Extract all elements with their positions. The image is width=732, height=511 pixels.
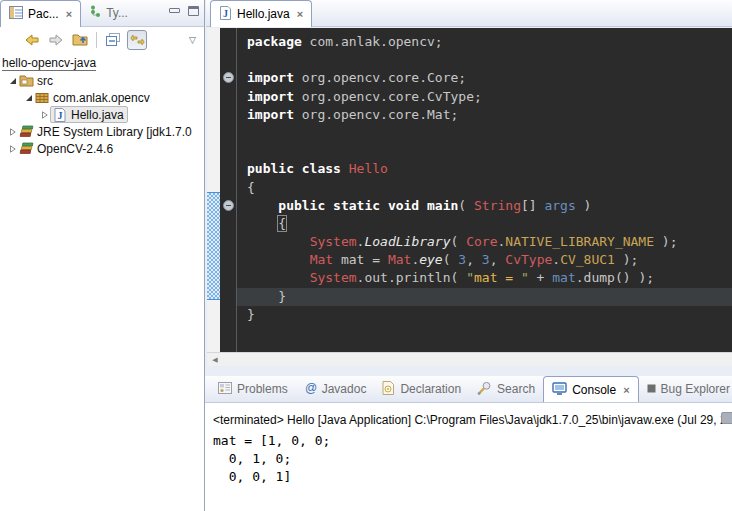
code-line[interactable]: { bbox=[247, 215, 732, 233]
tree-item-com-anlak-opencv[interactable]: com.anlak.opencv bbox=[0, 89, 204, 106]
bottom-tabbar: Problems@JavadocDeclarationSearchConsole… bbox=[205, 376, 732, 403]
code-line[interactable]: System.out.println( "mat = " + mat.dump(… bbox=[247, 269, 732, 287]
tab-label: Declaration bbox=[400, 382, 461, 396]
back-arrow-icon bbox=[24, 32, 40, 48]
tree-item-jre-system-library-jdk1-7-0[interactable]: JRE System Library [jdk1.7.0 bbox=[0, 123, 204, 140]
selected-tree-item: JHello.java bbox=[50, 106, 128, 123]
code-line-current[interactable]: } bbox=[237, 288, 732, 306]
minimize-icon[interactable] bbox=[169, 8, 180, 13]
console-caption: <terminated> Hello [Java Application] C:… bbox=[213, 413, 732, 427]
folding-ruler bbox=[220, 28, 237, 352]
code-line[interactable]: System.LoadLibrary( Core.NATIVE_LIBRARY_… bbox=[247, 233, 732, 251]
java-file-icon: J bbox=[219, 6, 232, 23]
left-panel-tab-ty[interactable]: Ty... bbox=[81, 0, 136, 26]
code-line[interactable] bbox=[247, 51, 732, 69]
bottom-tab-javadoc[interactable]: @Javadoc bbox=[296, 376, 375, 402]
collapse-all-icon bbox=[105, 32, 121, 48]
type-hierarchy-icon bbox=[89, 5, 101, 21]
expanded-arrow-icon[interactable] bbox=[8, 77, 18, 85]
tree-item-hello-opencv-java[interactable]: hello-opencv-java bbox=[0, 55, 204, 72]
fold-collapse-icon[interactable] bbox=[223, 72, 234, 83]
collapsed-arrow-icon[interactable] bbox=[8, 145, 18, 153]
editor-horizontal-scrollbar[interactable]: ◀ bbox=[207, 352, 732, 366]
tab-label: Ty... bbox=[106, 6, 128, 20]
code-line[interactable] bbox=[247, 142, 732, 160]
code-editor[interactable]: package com.anlak.opencv;import org.open… bbox=[207, 28, 732, 352]
library-icon bbox=[18, 125, 34, 138]
link-with-editor-button[interactable] bbox=[127, 30, 147, 50]
forward-arrow-icon bbox=[48, 32, 64, 48]
code-lines[interactable]: package com.anlak.opencv;import org.open… bbox=[237, 28, 732, 352]
tree-item-src[interactable]: src bbox=[0, 72, 204, 89]
editor-tabbar: J Hello.java × bbox=[206, 0, 732, 27]
code-line[interactable]: Mat mat = Mat.eye( 3, 3, CvType.CV_8UC1 … bbox=[247, 251, 732, 269]
eclipse-window: Pac...×Ty... ▽ hello-opencv-javasr bbox=[0, 0, 732, 511]
search-icon bbox=[477, 381, 492, 398]
close-icon[interactable]: × bbox=[623, 384, 629, 396]
library-icon bbox=[18, 142, 34, 155]
tree-item-label: JRE System Library [jdk1.7.0 bbox=[37, 125, 192, 139]
code-line[interactable]: import org.opencv.core.Core; bbox=[247, 69, 732, 87]
bottom-tab-search[interactable]: Search bbox=[469, 376, 543, 402]
up-button[interactable] bbox=[70, 30, 90, 50]
maximize-icon[interactable] bbox=[188, 6, 199, 16]
declaration-icon bbox=[382, 381, 395, 398]
java-file-icon: J bbox=[52, 108, 68, 122]
code-line[interactable]: { bbox=[247, 179, 732, 197]
fold-collapse-icon[interactable] bbox=[223, 200, 234, 211]
close-icon[interactable]: × bbox=[66, 8, 72, 20]
tab-label: Pac... bbox=[28, 7, 59, 21]
bug-icon bbox=[647, 382, 656, 396]
toolbar-separator bbox=[96, 32, 97, 48]
tab-label: Console bbox=[572, 383, 616, 397]
editor-tab-hello-java[interactable]: J Hello.java × bbox=[210, 0, 312, 27]
tab-label: Bug Explorer bbox=[661, 382, 730, 396]
tree-item-label: OpenCV-2.4.6 bbox=[37, 142, 113, 156]
svg-text:@: @ bbox=[305, 381, 317, 394]
view-menu-icon[interactable]: ▽ bbox=[189, 35, 196, 45]
tree-item-label: Hello.java bbox=[71, 108, 124, 122]
svg-text:J: J bbox=[223, 8, 228, 19]
console-output: mat = [1, 0, 0; 0, 1, 0; 0, 0, 1] bbox=[213, 432, 732, 486]
tree-item-label: com.anlak.opencv bbox=[53, 91, 150, 105]
console-toolbar-icon[interactable] bbox=[721, 412, 732, 424]
code-line[interactable]: public class Hello bbox=[247, 160, 732, 178]
src-folder-icon bbox=[18, 74, 34, 87]
code-line[interactable]: public static void main( String[] args ) bbox=[247, 197, 732, 215]
collapsed-arrow-icon[interactable] bbox=[40, 111, 50, 119]
tab-label: Search bbox=[497, 382, 535, 396]
bottom-tab-problems[interactable]: Problems bbox=[210, 376, 296, 402]
annotation-ruler bbox=[207, 28, 220, 352]
javadoc-icon: @ bbox=[304, 381, 317, 397]
tree-item-label: src bbox=[37, 74, 53, 88]
project-tree: hello-opencv-javasrccom.anlak.opencvJHel… bbox=[0, 52, 204, 157]
editor-tab-label: Hello.java bbox=[237, 7, 290, 21]
forward-button[interactable] bbox=[46, 30, 66, 50]
tab-label: Javadoc bbox=[322, 382, 367, 396]
tree-item-opencv-2-4-6[interactable]: OpenCV-2.4.6 bbox=[0, 140, 204, 157]
left-panel-tab-pac[interactable]: Pac...× bbox=[0, 0, 81, 27]
code-line[interactable]: package com.anlak.opencv; bbox=[247, 33, 732, 51]
bottom-tab-console[interactable]: Console× bbox=[543, 376, 638, 403]
code-line[interactable]: import org.opencv.core.CvType; bbox=[247, 88, 732, 106]
tree-item-label: hello-opencv-java bbox=[2, 56, 96, 71]
tree-item-hello-java[interactable]: JHello.java bbox=[0, 106, 204, 123]
console-view-panel: Problems@JavadocDeclarationSearchConsole… bbox=[205, 376, 732, 511]
bottom-tab-bug-explorer[interactable]: Bug Explorer bbox=[639, 376, 732, 402]
code-line[interactable]: } bbox=[247, 306, 732, 324]
back-button[interactable] bbox=[22, 30, 42, 50]
code-line[interactable] bbox=[247, 124, 732, 142]
package-explorer-icon bbox=[9, 6, 23, 22]
tab-label: Problems bbox=[237, 382, 288, 396]
package-explorer-toolbar: ▽ bbox=[0, 27, 204, 52]
code-line[interactable]: import org.opencv.core.Mat; bbox=[247, 106, 732, 124]
svg-text:J: J bbox=[58, 110, 63, 121]
collapsed-arrow-icon[interactable] bbox=[8, 128, 18, 136]
scroll-left-icon[interactable]: ◀ bbox=[207, 353, 223, 367]
collapse-all-button[interactable] bbox=[103, 30, 123, 50]
problems-icon bbox=[218, 382, 232, 397]
package-icon bbox=[34, 92, 50, 104]
editor-tab-close-icon[interactable]: × bbox=[297, 8, 303, 20]
expanded-arrow-icon[interactable] bbox=[24, 94, 34, 102]
bottom-tab-declaration[interactable]: Declaration bbox=[374, 376, 469, 402]
